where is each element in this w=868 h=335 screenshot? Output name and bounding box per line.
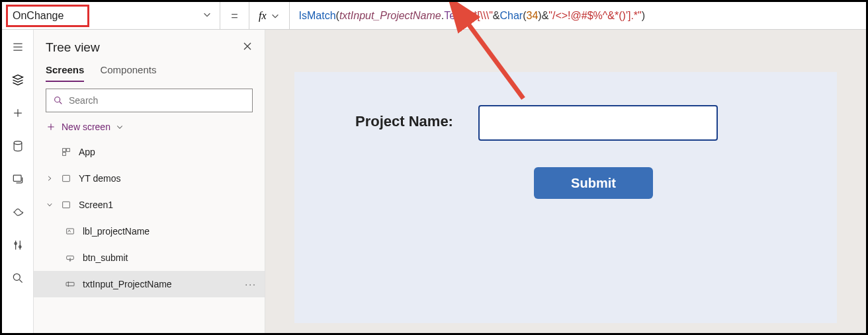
tree-list: App YT demos Screen1 lbl_projectName btn… [34,139,265,333]
tree-view-icon[interactable] [10,72,26,88]
tree-item-label: lbl_projectName [83,226,150,237]
search-icon [53,95,64,106]
chevron-down-icon [271,11,280,20]
formula-token: & [493,10,500,22]
svg-point-5 [55,97,60,102]
new-screen-label: New screen [62,122,110,132]
svg-rect-8 [63,153,66,156]
new-screen-button[interactable]: New screen [34,119,265,139]
svg-rect-1 [13,175,21,181]
left-rail [2,30,34,333]
svg-rect-10 [63,202,70,207]
tree-view-panel: Tree view Screens Components New screen … [34,30,265,333]
tree-item-ytdemos[interactable]: YT demos [34,165,265,192]
tree-item-label: Screen1 [79,200,113,210]
tree-tabs: Screens Components [34,60,265,82]
formula-token: ) [642,10,645,22]
tree-item-app[interactable]: App [34,139,265,165]
formula-token: 34 [527,10,539,22]
tab-screens[interactable]: Screens [46,60,84,82]
formula-token: "/<>!@#$%^&*()'].*" [548,10,641,22]
svg-point-4 [13,274,20,280]
tree-view-title: Tree view [46,40,100,55]
formula-token: IsMatch [299,10,336,22]
media-icon[interactable] [10,171,26,187]
fx-label: fx [259,10,267,22]
plus-icon[interactable] [10,105,26,121]
tree-item-lbl[interactable]: lbl_projectName [34,218,265,244]
equals-sign: = [220,2,249,30]
property-name: OnChange [13,10,64,22]
formula-token: Text [444,10,463,22]
chevron-down-icon [202,10,212,22]
svg-rect-9 [63,175,70,181]
svg-rect-6 [63,149,66,152]
flows-icon[interactable] [10,204,26,220]
button-icon [64,252,76,264]
tree-search-box[interactable] [46,89,253,112]
svg-rect-13 [66,282,74,285]
app-canvas[interactable]: Project Name: Submit [294,72,837,323]
formula-bar: OnChange = fx IsMatch(txtInput_ProjectNa… [2,2,866,30]
tree-item-txtinput[interactable]: txtInput_ProjectName ··· [34,271,265,297]
app-icon [60,146,72,158]
canvas-area: Project Name: Submit [265,30,866,333]
settings-icon[interactable] [10,237,26,253]
svg-rect-7 [67,149,70,152]
tree-item-label: btn_submit [83,252,128,263]
tab-components[interactable]: Components [100,60,156,82]
data-icon[interactable] [10,138,26,154]
tree-item-label: YT demos [79,173,121,184]
formula-token: ".*[\\\" [466,10,493,22]
tree-item-label: txtInput_ProjectName [83,279,172,289]
textinput-icon [64,278,76,290]
formula-input[interactable]: IsMatch(txtInput_ProjectName.Text,".*[\\… [290,2,866,30]
hamburger-icon[interactable] [10,39,26,55]
project-name-label: Project Name: [355,113,453,130]
fx-button[interactable]: fx [249,2,290,30]
tree-item-screen1[interactable]: Screen1 [34,192,265,218]
formula-token: Char [499,10,523,22]
property-dropdown[interactable]: OnChange [2,2,220,30]
chevron-down-icon[interactable] [46,202,54,208]
svg-point-0 [14,141,22,145]
submit-button[interactable]: Submit [534,167,653,199]
search-icon[interactable] [10,270,26,286]
formula-token: txtInput_ProjectName [339,10,441,22]
plus-icon [46,122,56,132]
chevron-right-icon[interactable] [46,175,54,182]
more-icon[interactable]: ··· [245,279,257,289]
formula-token: & [542,10,549,22]
tree-item-btn[interactable]: btn_submit [34,244,265,271]
label-icon [64,225,76,237]
search-input[interactable] [69,95,245,106]
screen-icon [60,199,72,211]
chevron-down-icon [116,123,124,131]
screen-icon [60,172,72,184]
tree-item-label: App [79,147,95,157]
project-name-input[interactable] [478,105,718,141]
close-icon[interactable] [242,41,253,54]
